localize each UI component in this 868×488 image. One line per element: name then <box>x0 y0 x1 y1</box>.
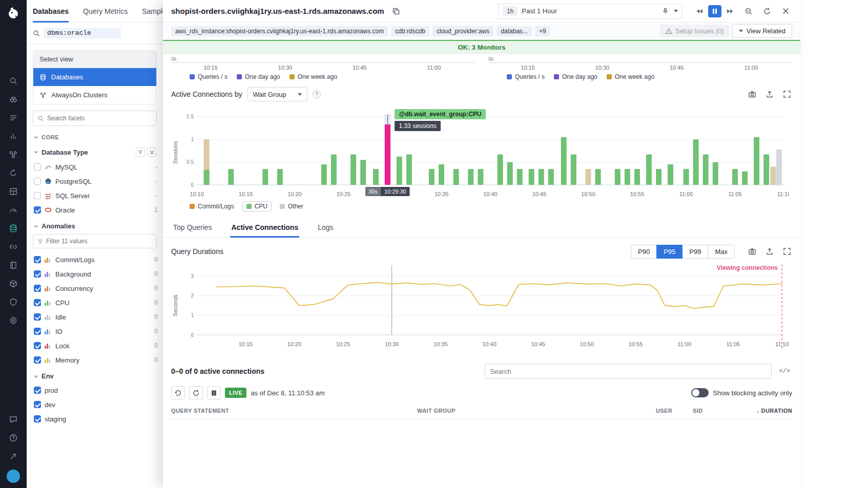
facet-item-commit-logs[interactable]: Commit/Logs 0 <box>27 252 163 267</box>
integrations-icon[interactable] <box>0 238 27 256</box>
column-duration-sorted[interactable]: ↓ DURATION <box>736 408 792 414</box>
monitors-status-banner[interactable]: OK: 3 Monitors <box>163 40 800 54</box>
clear-facet-icon[interactable] <box>147 147 156 157</box>
facet-item-dev[interactable]: dev <box>27 397 163 412</box>
fullscreen-icon[interactable] <box>782 246 792 257</box>
checkbox[interactable] <box>34 285 41 292</box>
security-icon[interactable] <box>0 293 27 311</box>
column-query-statement[interactable]: QUERY STATEMENT <box>171 408 417 414</box>
facet-item-oracle[interactable]: Oracle 1 <box>27 203 163 217</box>
tab-samples[interactable]: Samples <box>142 0 163 23</box>
network-icon[interactable] <box>0 145 27 164</box>
pause-button[interactable] <box>708 5 721 17</box>
facet-item-postgresql[interactable]: PostgreSQL - <box>27 174 163 188</box>
fullscreen-icon[interactable] <box>782 89 792 99</box>
tag-database-truncated[interactable]: databas... <box>497 26 532 36</box>
checkbox[interactable] <box>34 401 41 408</box>
checkbox[interactable] <box>34 328 41 335</box>
pin-icon[interactable] <box>660 7 670 16</box>
column-wait-group[interactable]: WAIT GROUP <box>417 408 656 414</box>
queries-mini-chart[interactable]: 0k 10:15 10:30 10:45 11:00 Queries / s O… <box>171 56 475 80</box>
facet-item-memory[interactable]: Memory 0 <box>27 353 163 367</box>
legend-queries-per-s[interactable]: Queries / s <box>190 73 228 80</box>
column-sid[interactable]: SID <box>693 408 736 414</box>
checkbox[interactable] <box>34 256 41 263</box>
time-range-control[interactable]: 1h Past 1 Hour <box>498 4 683 19</box>
max-button[interactable]: Max <box>708 245 735 259</box>
pause-live-button[interactable] <box>207 386 221 399</box>
facet-item-mysql[interactable]: MySQL - <box>27 160 163 174</box>
facet-item-lock[interactable]: Lock 0 <box>27 338 163 353</box>
p90-button[interactable]: P90 <box>631 245 657 259</box>
onboarding-icon[interactable] <box>0 447 27 465</box>
facet-item-prod[interactable]: prod <box>27 383 163 397</box>
legend-one-day-ago[interactable]: One day ago <box>237 73 280 80</box>
tag-cloud-provider[interactable]: cloud_provider:aws <box>432 26 493 36</box>
view-item-databases[interactable]: Databases <box>33 68 156 86</box>
tab-logs[interactable]: Logs <box>317 217 334 237</box>
wait-group-dropdown[interactable]: Wait Group <box>247 87 307 101</box>
legend-one-week-ago[interactable]: One week ago <box>607 73 654 80</box>
facet-item-sql-server[interactable]: SQL Server - <box>27 188 163 203</box>
metrics-icon[interactable] <box>0 127 27 145</box>
column-user[interactable]: USER <box>656 408 693 414</box>
checkbox[interactable] <box>34 313 41 321</box>
zoom-out-icon[interactable] <box>742 5 755 18</box>
legend-queries-per-s[interactable]: Queries / s <box>507 73 545 80</box>
tag-more-count[interactable]: +9 <box>535 26 550 36</box>
ci-pipelines-icon[interactable] <box>0 164 27 182</box>
notebooks-icon[interactable] <box>0 256 27 274</box>
tag-aws-rds-instance[interactable]: aws_rds_instance:shopist-orders.cviighka… <box>171 26 388 36</box>
facet-item-cpu[interactable]: CPU 0 <box>27 295 163 310</box>
search-icon[interactable] <box>0 72 27 90</box>
code-view-icon[interactable]: </> <box>777 366 792 377</box>
legend-one-day-ago[interactable]: One day ago <box>554 73 597 80</box>
durations-line-chart[interactable]: 012310:1510:2010:2510:3010:3510:4010:451… <box>179 262 789 349</box>
user-avatar[interactable] <box>7 470 20 483</box>
tab-active-connections[interactable]: Active Connections <box>230 217 299 237</box>
anomalies-filter-input[interactable] <box>46 238 152 245</box>
connections-search-input[interactable] <box>490 368 767 375</box>
facet-group-env[interactable]: Env <box>27 367 163 383</box>
core-section-header[interactable]: CORE <box>27 131 163 142</box>
logs-icon[interactable] <box>0 109 27 127</box>
checkbox[interactable] <box>34 206 41 214</box>
filter-facet-icon[interactable] <box>136 147 145 157</box>
time-forward-button[interactable] <box>724 5 737 17</box>
facet-item-background[interactable]: Background 0 <box>27 267 163 281</box>
containers-icon[interactable] <box>0 274 27 293</box>
time-back-button[interactable] <box>693 5 706 17</box>
refresh-icon[interactable] <box>189 386 203 399</box>
checkbox[interactable] <box>34 299 41 306</box>
tab-query-metrics[interactable]: Query Metrics <box>83 0 128 23</box>
close-icon[interactable] <box>779 5 792 18</box>
facet-group-database-type[interactable]: Database Type <box>27 142 163 160</box>
checkbox[interactable] <box>34 178 41 185</box>
checkbox[interactable] <box>34 356 41 364</box>
checkbox[interactable] <box>34 415 41 422</box>
facet-group-anomalies[interactable]: Anomalies <box>27 217 163 233</box>
p95-button[interactable]: P95 <box>656 245 683 259</box>
monitors-icon[interactable] <box>0 201 27 219</box>
databases-icon[interactable] <box>0 219 27 238</box>
p99-button[interactable]: P99 <box>682 245 708 259</box>
refresh-icon[interactable] <box>760 5 774 18</box>
view-related-button[interactable]: View Related <box>732 24 792 38</box>
datadog-logo[interactable] <box>4 4 23 23</box>
blocking-activity-toggle[interactable] <box>691 388 709 397</box>
tag-cdb[interactable]: cdb:rdscdb <box>391 26 429 36</box>
tab-databases[interactable]: Databases <box>33 0 69 23</box>
setup-issues-button[interactable]: Setup Issues (0) <box>660 25 729 37</box>
facet-item-staging[interactable]: staging <box>27 412 163 426</box>
facet-item-io[interactable]: IO 0 <box>27 324 163 338</box>
copy-icon[interactable] <box>389 5 403 18</box>
history-icon[interactable] <box>171 386 185 399</box>
legend-cpu[interactable]: CPU <box>242 201 272 211</box>
help-icon[interactable] <box>0 429 27 447</box>
legend-one-week-ago[interactable]: One week ago <box>290 73 337 80</box>
sessions-bar-chart[interactable]: 00.511.510:1010:1510:2010:2510:3010:3510… <box>179 105 789 200</box>
legend-commit-logs[interactable]: Commit/Logs <box>190 203 234 210</box>
checkbox[interactable] <box>34 342 41 349</box>
chevron-down-icon[interactable] <box>674 10 678 12</box>
snapshot-camera-icon[interactable] <box>747 89 757 99</box>
